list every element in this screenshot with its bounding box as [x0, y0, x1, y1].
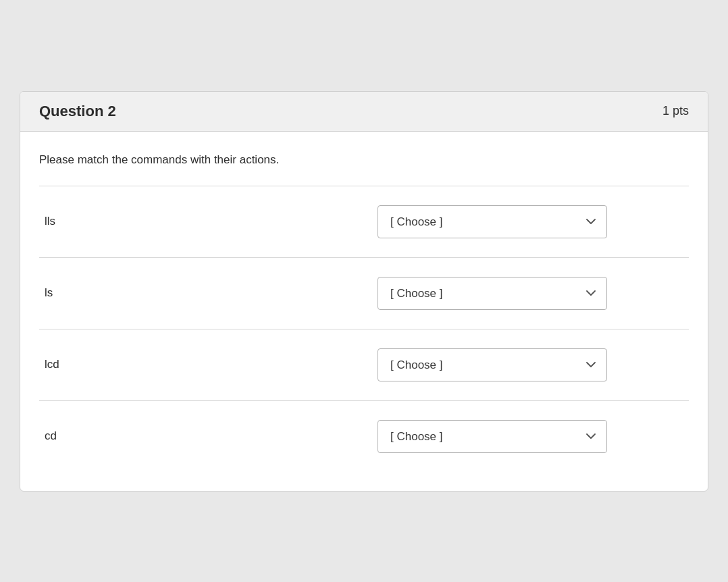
match-select-lcd[interactable]: [ Choose ]: [378, 348, 607, 381]
match-select-lls[interactable]: [ Choose ]: [378, 205, 607, 238]
match-row: lls[ Choose ]: [39, 186, 689, 258]
match-row: ls[ Choose ]: [39, 258, 689, 329]
question-card: Question 2 1 pts Please match the comman…: [20, 91, 708, 492]
match-label-lcd: lcd: [39, 358, 296, 371]
question-body: Please match the commands with their act…: [20, 132, 708, 491]
match-label-cd: cd: [39, 429, 296, 443]
match-label-lls: lls: [39, 215, 296, 228]
match-row: cd[ Choose ]: [39, 401, 689, 472]
question-header: Question 2 1 pts: [20, 92, 708, 132]
match-select-wrapper-lcd: [ Choose ]: [296, 348, 689, 381]
match-select-wrapper-ls: [ Choose ]: [296, 277, 689, 310]
match-select-cd[interactable]: [ Choose ]: [378, 420, 607, 453]
match-label-ls: ls: [39, 286, 296, 300]
match-row: lcd[ Choose ]: [39, 329, 689, 401]
question-points: 1 pts: [662, 104, 689, 118]
match-select-wrapper-lls: [ Choose ]: [296, 205, 689, 238]
question-title: Question 2: [39, 103, 116, 120]
match-select-ls[interactable]: [ Choose ]: [378, 277, 607, 310]
match-rows-container: lls[ Choose ]ls[ Choose ]lcd[ Choose ]cd…: [39, 186, 689, 472]
question-prompt: Please match the commands with their act…: [39, 153, 689, 167]
match-select-wrapper-cd: [ Choose ]: [296, 420, 689, 453]
